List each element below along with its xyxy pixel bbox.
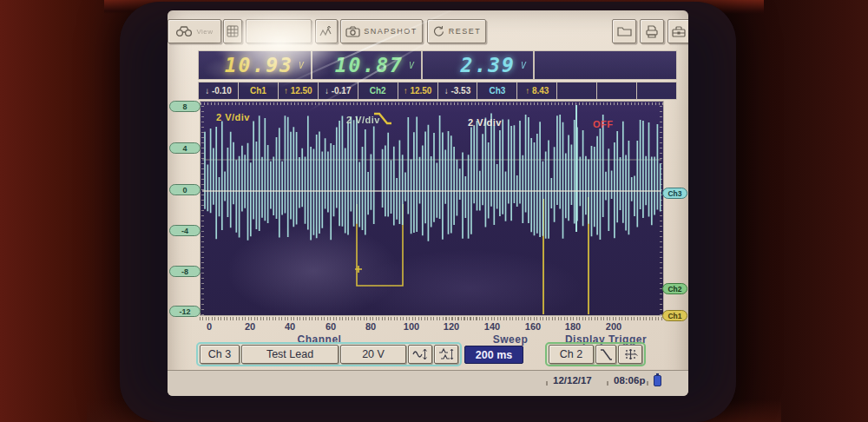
grid-button[interactable]: [223, 19, 242, 43]
y-tick-8: 8: [169, 101, 201, 112]
ch2-min: ↓ -0.17: [319, 82, 358, 99]
ch2-value: 10.87: [335, 56, 404, 76]
ch3-label: Ch3: [477, 82, 516, 99]
y-tick-neg12: -12: [169, 306, 201, 317]
peak-detect-button[interactable]: [434, 345, 458, 364]
falling-slope-icon: [599, 348, 613, 361]
x-tick-140: 140: [477, 321, 507, 332]
view-button-label: View: [196, 28, 213, 36]
battery-icon: [654, 375, 661, 386]
trigger-slope-marker-icon[interactable]: [372, 111, 393, 127]
ch2-position-marker[interactable]: Ch2: [662, 283, 687, 294]
x-tick-60: 60: [316, 321, 345, 332]
separator-mark: [647, 381, 648, 386]
ch1-max: ↑ 12.50: [279, 82, 318, 99]
camera-icon: [345, 26, 360, 37]
x-tick-180: 180: [558, 321, 588, 332]
sweep-time-button[interactable]: 200 ms: [464, 346, 523, 364]
ch3-unit: V: [521, 61, 526, 70]
ch1-unit: V: [299, 61, 304, 70]
waveform-zoom-icon: [319, 25, 333, 38]
scope-screen: View SNAPSHOT: [168, 10, 688, 396]
separator-mark: [546, 381, 548, 386]
x-tick-160: 160: [518, 321, 548, 332]
status-time: 08:06p: [614, 375, 645, 386]
folder-icon: [617, 25, 632, 37]
scale-select-button[interactable]: 20 V: [340, 345, 406, 364]
x-tick-40: 40: [275, 321, 305, 332]
channel-stats-strip: ↓ -0.10 Ch1 ↑ 12.50 ↓ -0.17 Ch2 ↑ 12.50 …: [198, 82, 677, 100]
y-tick-4: 4: [169, 142, 201, 154]
ch1-value: 10.93: [225, 56, 293, 76]
x-tick-100: 100: [397, 321, 426, 332]
toolbox-icon: [672, 25, 686, 37]
probe-select-button[interactable]: Test Lead: [241, 345, 339, 364]
ch3-max: ↑ 8.43: [517, 82, 556, 99]
empty-stat-1: [557, 82, 596, 99]
sine-updown-icon: [412, 347, 428, 361]
channel-control-group: Ch 3 Test Lead 20 V: [196, 342, 462, 366]
ch2-max: ↑ 12.50: [398, 82, 437, 99]
view-button[interactable]: View: [168, 19, 221, 43]
print-button[interactable]: [640, 19, 664, 43]
section-label-sweep: Sweep: [467, 333, 554, 346]
empty-meter: [535, 51, 676, 79]
ch1-meter: 10.93 V: [199, 51, 311, 79]
trigger-slope-button[interactable]: [595, 345, 616, 364]
zoom-waveform-button[interactable]: [315, 19, 338, 43]
x-tick-200: 200: [599, 321, 628, 332]
waveform-plot: 2 V/div 2 V/div 2 V/div OFF: [200, 101, 664, 316]
folder-button[interactable]: [612, 19, 636, 43]
binoculars-icon: [175, 24, 193, 38]
signal-position-button[interactable]: [408, 345, 432, 364]
printer-icon: [645, 25, 659, 38]
ch3-min: ↓ -3.53: [438, 82, 477, 99]
reset-button[interactable]: RESET: [427, 19, 486, 43]
y-tick-neg8: -8: [169, 266, 201, 277]
ch1-vdiv-label: 2 V/div: [216, 112, 250, 122]
ch3-value: 2.39: [461, 56, 516, 76]
ch3-vdiv-label: 2 V/div: [468, 117, 502, 128]
reset-icon: [432, 25, 445, 38]
snapshot-button-label: SNAPSHOT: [364, 27, 418, 36]
ch3-meter: 2.39 V: [423, 51, 533, 79]
ch1-min: ↓ -0.10: [199, 82, 238, 99]
y-tick-neg4: -4: [169, 225, 201, 236]
x-tick-120: 120: [437, 321, 466, 332]
ch2-unit: V: [409, 61, 414, 70]
ch1-label: Ch1: [239, 82, 278, 99]
separator-mark: [607, 381, 608, 386]
x-tick-0: 0: [194, 321, 224, 332]
washed-button[interactable]: [246, 19, 312, 43]
x-tick-80: 80: [356, 321, 385, 332]
move-crosshair-icon: [623, 347, 638, 361]
ch2-meter: 10.87 V: [312, 51, 421, 79]
reset-button-label: RESET: [449, 27, 482, 36]
ch4-off-label: OFF: [593, 119, 614, 129]
x-tick-20: 20: [235, 321, 265, 332]
toolbox-button[interactable]: [667, 19, 688, 43]
status-date: 12/12/17: [553, 375, 592, 386]
channel-select-button[interactable]: Ch 3: [200, 345, 240, 364]
peak-detect-icon: [438, 347, 454, 361]
ch3-position-marker[interactable]: Ch3: [662, 188, 687, 199]
empty-stat-2: [597, 82, 636, 99]
status-bar: 12/12/17 08:06p: [168, 370, 688, 396]
ch1-position-marker[interactable]: Ch1: [662, 310, 687, 321]
trigger-control-group: Ch 2: [545, 342, 646, 366]
y-tick-0: 0: [169, 184, 201, 195]
ch2-label: Ch2: [358, 82, 398, 99]
trigger-channel-button[interactable]: Ch 2: [549, 345, 594, 364]
measurement-strip: 10.93 V 10.87 V 2.39 V: [198, 50, 677, 80]
trigger-position-button[interactable]: [618, 345, 642, 364]
empty-stat-3: [637, 82, 676, 99]
grid-icon: [227, 25, 239, 37]
waveform-svg: [201, 102, 663, 315]
x-axis-minor-ticks: [200, 317, 664, 320]
snapshot-button[interactable]: SNAPSHOT: [340, 19, 423, 43]
